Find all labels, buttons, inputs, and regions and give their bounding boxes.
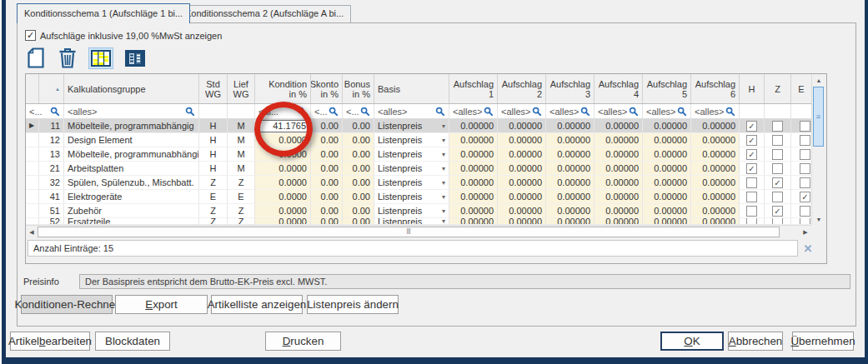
cell-aufschlag-3[interactable]: 0.00000 xyxy=(546,162,595,176)
new-document-button[interactable] xyxy=(25,45,47,71)
cell-lief-wg[interactable]: M xyxy=(228,119,255,133)
cell-std-wg[interactable]: H xyxy=(199,147,228,162)
filter-selnum[interactable]: <... xyxy=(26,104,64,118)
cell-aufschlag-5[interactable]: 0.00000 xyxy=(643,204,691,218)
cell-h[interactable] xyxy=(740,176,765,190)
checkbox-h[interactable] xyxy=(746,218,757,225)
cell-aufschlag-6[interactable]: 0.00000 xyxy=(691,147,740,162)
grid-view-button[interactable] xyxy=(88,47,113,69)
column-header-e[interactable]: E xyxy=(791,74,811,103)
checkbox-z[interactable] xyxy=(772,149,783,160)
cell-number[interactable]: 12 xyxy=(39,133,64,147)
filter-h[interactable] xyxy=(740,104,765,118)
table-row[interactable]: 52ErsatzteileZZ0.00000.000.00Listenpreis… xyxy=(26,218,811,225)
cell-std-wg[interactable]: Z xyxy=(199,176,228,190)
cell-bonus[interactable]: 0.00 xyxy=(343,162,374,176)
dropdown-arrow-icon[interactable]: ▾ xyxy=(442,218,445,225)
cell-skonto[interactable]: 0.00 xyxy=(311,162,343,176)
cell-e[interactable] xyxy=(791,162,811,176)
cell-lief-wg[interactable]: M xyxy=(228,162,255,176)
column-header-number[interactable]: ▲ xyxy=(39,74,64,103)
filter-auf5[interactable]: <alles> xyxy=(643,104,691,118)
cell-aufschlag-1[interactable]: 0.00000 xyxy=(449,204,498,218)
cell-aufschlag-5[interactable]: 0.00000 xyxy=(643,119,691,133)
ok-button[interactable]: OK xyxy=(660,332,724,351)
cell-h[interactable] xyxy=(740,218,765,225)
cell-bonus[interactable]: 0.00 xyxy=(343,133,374,147)
cell-bonus[interactable]: 0.00 xyxy=(343,204,374,218)
row-selector[interactable] xyxy=(26,147,39,162)
delete-button[interactable] xyxy=(56,45,79,71)
checkbox-e[interactable] xyxy=(800,177,810,188)
cell-aufschlag-6[interactable]: 0.00000 xyxy=(691,176,740,190)
filter-name[interactable]: <alles> xyxy=(64,104,199,118)
cell-aufschlag-2[interactable]: 0.00000 xyxy=(498,176,546,190)
column-header-auf5[interactable]: Aufschlag 5 xyxy=(643,74,691,103)
cell-aufschlag-5[interactable]: 0.00000 xyxy=(643,190,691,204)
cell-z[interactable]: ✓ xyxy=(765,176,791,190)
row-selector[interactable] xyxy=(26,218,39,225)
cell-skonto[interactable]: 0.00 xyxy=(311,176,343,190)
cell-kalkulationsgruppe[interactable]: Zubehör xyxy=(64,204,199,218)
row-selector[interactable] xyxy=(26,204,39,218)
dropdown-arrow-icon[interactable]: ▾ xyxy=(442,179,445,187)
cell-basis[interactable]: Listenpreis▾ xyxy=(374,162,449,176)
column-header-auf2[interactable]: Aufschlag 2 xyxy=(498,74,546,103)
checkbox-e[interactable] xyxy=(800,163,810,174)
cell-aufschlag-3[interactable]: 0.00000 xyxy=(546,133,595,147)
cell-kalkulationsgruppe[interactable]: Ersatzteile xyxy=(64,218,199,225)
cell-skonto[interactable]: 0.00 xyxy=(311,218,343,225)
checkbox-z[interactable]: ✓ xyxy=(772,206,783,217)
cell-aufschlag-1[interactable]: 0.00000 xyxy=(449,147,498,162)
checkbox-h[interactable] xyxy=(746,192,757,202)
cell-lief-wg[interactable]: Z xyxy=(228,204,255,218)
vertical-scrollbar[interactable]: ▲ ≡ ▼ xyxy=(811,74,825,225)
checkbox-icon[interactable]: ✓ xyxy=(25,30,36,41)
scroll-down-button[interactable]: ▼ xyxy=(812,213,825,225)
search-icon[interactable] xyxy=(532,107,542,117)
column-header-bonus[interactable]: Bonus in % xyxy=(343,74,374,103)
blockdaten-button[interactable]: Blockdaten xyxy=(95,332,170,351)
cell-aufschlag-5[interactable]: 0.00000 xyxy=(643,218,691,225)
drucken-button[interactable]: Drucken xyxy=(265,332,341,351)
checkbox-e[interactable] xyxy=(800,121,810,132)
cell-basis[interactable]: Listenpreis▾ xyxy=(374,204,449,218)
cell-std-wg[interactable]: H xyxy=(199,119,228,133)
cell-aufschlag-5[interactable]: 0.00000 xyxy=(643,176,691,190)
cell-kalkulationsgruppe[interactable]: Möbelteile, programmabhängig xyxy=(64,119,199,133)
cell-aufschlag-2[interactable]: 0.00000 xyxy=(498,133,546,147)
checkbox-z[interactable] xyxy=(772,163,783,174)
cell-aufschlag-1[interactable]: 0.00000 xyxy=(449,162,498,176)
cell-aufschlag-4[interactable]: 0.00000 xyxy=(595,147,643,162)
cell-aufschlag-5[interactable]: 0.00000 xyxy=(643,162,691,176)
cell-aufschlag-1[interactable]: 0.00000 xyxy=(449,218,498,225)
filter-auf2[interactable]: <alles> xyxy=(498,104,546,118)
cell-h[interactable]: ✓ xyxy=(740,133,765,147)
cell-aufschlag-3[interactable]: 0.00000 xyxy=(546,218,595,225)
cell-kalkulationsgruppe[interactable]: Elektrogeräte xyxy=(64,190,199,204)
cell-aufschlag-3[interactable]: 0.00000 xyxy=(546,147,595,162)
scroll-left-button[interactable]: ◀ xyxy=(26,227,38,237)
filter-lief[interactable] xyxy=(228,104,255,118)
cell-bonus[interactable]: 0.00 xyxy=(343,147,374,162)
column-header-auf4[interactable]: Aufschlag 4 xyxy=(595,74,643,103)
cell-z[interactable]: ✓ xyxy=(765,204,791,218)
cell-e[interactable] xyxy=(791,176,811,190)
cell-aufschlag-2[interactable]: 0.00000 xyxy=(498,147,546,162)
dropdown-arrow-icon[interactable]: ▾ xyxy=(442,122,445,130)
column-header-basis[interactable]: Basis xyxy=(374,74,449,103)
cell-e[interactable]: ✓ xyxy=(791,190,811,204)
dropdown-arrow-icon[interactable]: ▾ xyxy=(442,207,445,215)
cell-aufschlag-4[interactable]: 0.00000 xyxy=(595,133,643,147)
row-selector[interactable] xyxy=(26,133,39,147)
filter-std[interactable] xyxy=(199,104,228,118)
dropdown-arrow-icon[interactable]: ▾ xyxy=(442,151,445,158)
cell-z[interactable] xyxy=(765,218,791,225)
cell-kalkulationsgruppe[interactable]: Arbeitsplatten xyxy=(64,162,199,176)
cell-lief-wg[interactable]: M xyxy=(228,133,255,147)
row-selector[interactable] xyxy=(26,162,39,176)
cell-lief-wg[interactable]: M xyxy=(228,147,255,162)
cell-aufschlag-1[interactable]: 0.00000 xyxy=(449,176,498,190)
table-row[interactable]: 51ZubehörZZ0.00000.000.00Listenpreis▾0.0… xyxy=(26,204,811,218)
cell-basis[interactable]: Listenpreis▾ xyxy=(374,147,449,162)
